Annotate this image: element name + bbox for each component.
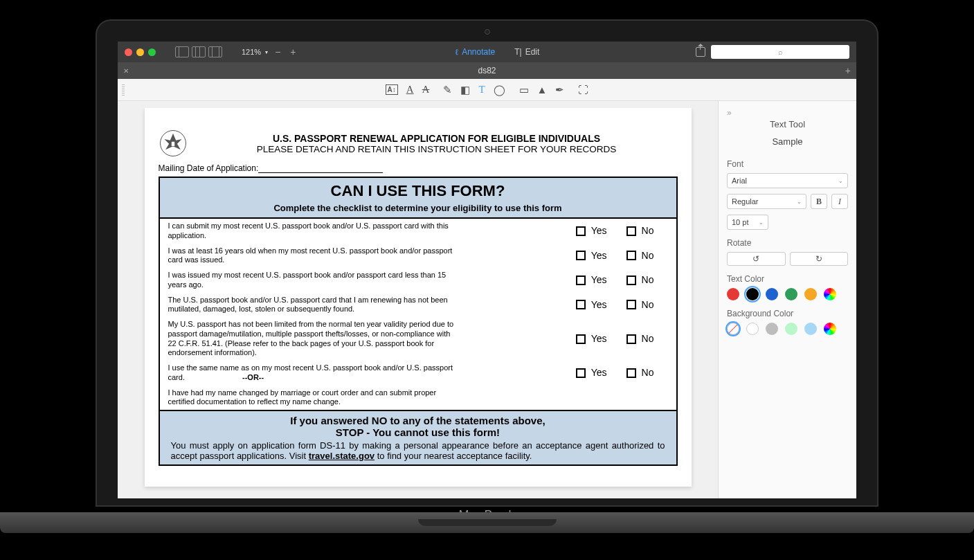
- q1-no-checkbox[interactable]: [626, 226, 636, 236]
- thumbnail-view-icon[interactable]: [192, 46, 206, 57]
- sidebar-title: Text Tool: [727, 119, 848, 129]
- rotate-section-label: Rotate: [727, 238, 848, 248]
- question-6a: I use the same name as on my most recent…: [168, 363, 453, 381]
- zoom-out-button[interactable]: −: [272, 46, 283, 57]
- signature-icon[interactable]: ✒: [555, 84, 564, 96]
- chevron-down-icon: ⌄: [759, 219, 764, 226]
- fullscreen-window-button[interactable]: [148, 48, 156, 56]
- q3-yes-checkbox[interactable]: [576, 276, 586, 285]
- color-orange[interactable]: [804, 288, 817, 300]
- bg-color-picker-icon[interactable]: [824, 323, 836, 335]
- italic-button[interactable]: I: [831, 194, 848, 209]
- chevron-down-icon[interactable]: ▾: [265, 49, 268, 55]
- color-green[interactable]: [785, 288, 797, 300]
- rotate-ccw-button[interactable]: ↺: [727, 252, 786, 266]
- pen-tool-icon[interactable]: ✎: [443, 84, 452, 96]
- font-family-select[interactable]: Arial⌄: [727, 173, 848, 188]
- pencil-icon: ℓ: [454, 46, 460, 57]
- zoom-control: 121% ▾ − +: [242, 46, 299, 57]
- stamp-icon[interactable]: ▲: [537, 84, 548, 96]
- stop-line-1: If you answered NO to any of the stateme…: [165, 415, 671, 426]
- q6-yes-checkbox[interactable]: [576, 368, 586, 378]
- apply-instructions: You must apply on application form DS-11…: [165, 438, 671, 461]
- q3-no-checkbox[interactable]: [626, 276, 636, 285]
- close-tab-button[interactable]: ✕: [123, 67, 129, 75]
- chevron-down-icon: ⌄: [838, 178, 843, 184]
- question-1: I can submit my most recent U.S. passpor…: [168, 222, 459, 241]
- titlebar: 121% ▾ − + ℓ Annotate T| Edit ⌕: [118, 42, 856, 62]
- macbook-frame: 121% ▾ − + ℓ Annotate T| Edit ⌕: [97, 21, 877, 519]
- view-mode-group: [175, 46, 222, 57]
- bg-gray[interactable]: [766, 323, 778, 335]
- annotation-toolbar: A↕ A A ✎ ◧ T ◯ ▭ ▲ ✒ ⛶: [118, 79, 856, 101]
- two-page-view-icon[interactable]: [208, 46, 222, 57]
- form-heading: CAN I USE THIS FORM?: [164, 182, 672, 200]
- q2-no-checkbox[interactable]: [626, 251, 636, 260]
- main-area: U.S. PASSPORT RENEWAL APPLICATION FOR EL…: [118, 101, 856, 498]
- bold-button[interactable]: B: [811, 194, 827, 209]
- document-scroll[interactable]: U.S. PASSPORT RENEWAL APPLICATION FOR EL…: [125, 108, 711, 491]
- tab-bar: ✕ ds82 +: [118, 62, 856, 79]
- bg-none[interactable]: [727, 323, 739, 335]
- question-2: I was at least 16 years old when my most…: [168, 246, 459, 266]
- inspector-sidebar: » Text Tool Sample Font Arial⌄ Regular⌄ …: [718, 101, 856, 498]
- q5-yes-checkbox[interactable]: [576, 334, 586, 344]
- underline-icon[interactable]: A: [406, 84, 414, 96]
- eraser-icon[interactable]: ◧: [460, 84, 470, 96]
- screen-bezel: 121% ▾ − + ℓ Annotate T| Edit ⌕: [97, 21, 877, 505]
- edit-mode-button[interactable]: T| Edit: [507, 44, 546, 60]
- close-window-button[interactable]: [125, 48, 132, 56]
- strikethrough-icon[interactable]: A: [422, 84, 430, 96]
- macbook-base: [0, 512, 974, 533]
- q4-no-checkbox[interactable]: [626, 300, 636, 309]
- bg-white[interactable]: [746, 323, 759, 335]
- text-cursor-icon: T|: [514, 47, 521, 57]
- sidebar-sample: Sample: [727, 136, 848, 147]
- q1-yes-checkbox[interactable]: [576, 226, 586, 236]
- question-3: I was issued my most recent U.S. passpor…: [168, 271, 459, 290]
- color-picker-icon[interactable]: [824, 288, 836, 300]
- camera-icon: [485, 29, 490, 35]
- note-icon[interactable]: ▭: [519, 84, 529, 96]
- search-icon: ⌕: [778, 48, 783, 56]
- color-red[interactable]: [727, 288, 739, 300]
- edit-label: Edit: [525, 47, 540, 57]
- single-page-view-icon[interactable]: [175, 46, 189, 57]
- collapse-sidebar-icon[interactable]: »: [727, 108, 848, 118]
- text-style-icon[interactable]: A↕: [386, 84, 398, 95]
- rotate-cw-button[interactable]: ↻: [790, 252, 849, 266]
- color-blue[interactable]: [766, 288, 778, 300]
- bg-lightblue[interactable]: [804, 323, 817, 335]
- bg-color-label: Background Color: [727, 309, 848, 318]
- shape-tool-icon[interactable]: ◯: [494, 84, 505, 96]
- annotate-label: Annotate: [462, 47, 495, 57]
- document-viewport: U.S. PASSPORT RENEWAL APPLICATION FOR EL…: [118, 101, 718, 498]
- travel-state-link[interactable]: travel.state.gov: [309, 451, 375, 461]
- pdf-page: U.S. PASSPORT RENEWAL APPLICATION FOR EL…: [145, 108, 692, 487]
- drag-handle-icon[interactable]: [122, 84, 125, 96]
- minimize-window-button[interactable]: [136, 48, 144, 56]
- tab-title: ds82: [478, 66, 496, 75]
- q2-yes-checkbox[interactable]: [576, 251, 586, 260]
- select-tool-icon[interactable]: ⛶: [578, 84, 588, 96]
- stop-line-2: STOP - You cannot use this form!: [165, 426, 671, 438]
- color-black[interactable]: [746, 288, 759, 300]
- bg-color-swatches: [727, 323, 848, 335]
- text-color-label: Text Color: [727, 274, 848, 284]
- share-icon[interactable]: [696, 47, 705, 57]
- doc-title-1: U.S. PASSPORT RENEWAL APPLICATION FOR EL…: [196, 133, 678, 144]
- q4-yes-checkbox[interactable]: [576, 300, 586, 309]
- font-weight-select[interactable]: Regular⌄: [727, 194, 806, 209]
- annotate-mode-button[interactable]: ℓ Annotate: [448, 44, 502, 60]
- us-seal-icon: [159, 129, 188, 158]
- q6-no-checkbox[interactable]: [626, 368, 636, 378]
- search-input[interactable]: ⌕: [711, 45, 849, 59]
- eligibility-form: CAN I USE THIS FORM? Complete the checkl…: [159, 177, 678, 466]
- text-tool-icon[interactable]: T: [478, 84, 485, 96]
- q5-no-checkbox[interactable]: [626, 334, 636, 344]
- bg-lightgreen[interactable]: [785, 323, 797, 335]
- new-tab-button[interactable]: +: [845, 65, 851, 76]
- zoom-in-button[interactable]: +: [287, 46, 298, 57]
- zoom-value[interactable]: 121%: [242, 48, 261, 56]
- font-size-select[interactable]: 10 pt⌄: [727, 215, 768, 230]
